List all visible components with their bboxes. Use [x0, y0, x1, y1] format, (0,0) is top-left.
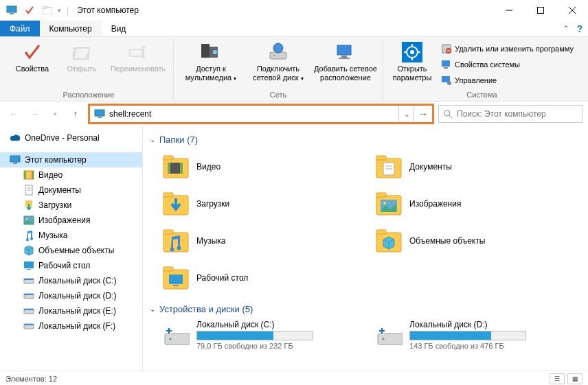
- tree-videos[interactable]: Видео: [0, 167, 142, 183]
- svg-rect-97: [379, 331, 381, 334]
- tree-desktop[interactable]: Рабочий стол: [0, 258, 142, 273]
- manage-label: Управление: [455, 76, 497, 84]
- folder-pictures-label: Изображения: [409, 199, 461, 209]
- help-icon[interactable]: ?: [576, 23, 583, 34]
- address-bar[interactable]: ⌄ →: [88, 104, 434, 124]
- add-network-icon: [335, 41, 357, 63]
- svg-rect-5: [538, 8, 544, 14]
- up-button[interactable]: ↑: [67, 106, 84, 122]
- tree-diskc-label: Локальный диск (C:): [38, 276, 117, 285]
- system-properties-icon: [441, 59, 452, 70]
- openparams-label: Открыть параметры: [389, 65, 436, 82]
- svg-rect-80: [376, 230, 386, 234]
- folder-documents[interactable]: Документы: [375, 150, 581, 183]
- sysprops-label: Свойства системы: [455, 60, 520, 69]
- nav-tree[interactable]: OneDrive - Personal Этот компьютер Видео…: [0, 126, 143, 371]
- monitor-icon: [94, 109, 105, 119]
- tree-downloads[interactable]: Загрузки: [0, 198, 142, 213]
- checkmark-icon: [21, 41, 43, 63]
- chevron-down-icon: ⌄: [150, 136, 155, 143]
- nav-row: ← → ▾ ↑ ⌄ →: [0, 102, 588, 126]
- minimize-button[interactable]: [493, 0, 525, 21]
- search-box[interactable]: [438, 105, 583, 123]
- cube-icon: [23, 245, 34, 256]
- svg-rect-88: [166, 328, 168, 330]
- tree-disk-d[interactable]: Локальный диск (D:): [0, 288, 142, 303]
- cloud-icon: [10, 132, 21, 143]
- network-drive-icon: [267, 41, 289, 63]
- pictures-icon: [23, 215, 34, 226]
- folder-qat-icon[interactable]: [40, 3, 55, 18]
- ribbon: Свойства Открыть Переименовать Расположе…: [0, 37, 588, 102]
- tree-onedrive[interactable]: OneDrive - Personal: [0, 130, 142, 145]
- tab-computer[interactable]: Компьютер: [40, 21, 102, 36]
- svg-point-50: [26, 218, 28, 220]
- open-button: Открыть: [58, 40, 106, 90]
- tree-music[interactable]: Музыка: [0, 228, 142, 243]
- drive-icon: [23, 305, 34, 316]
- recent-dropdown[interactable]: ▾: [47, 106, 63, 122]
- address-input[interactable]: [109, 109, 394, 119]
- media-label: Доступ к мультимедиа ▾: [179, 65, 242, 82]
- tree-thispc[interactable]: Этот компьютер: [0, 152, 142, 167]
- ribbon-collapse-icon[interactable]: ⌃: [563, 24, 569, 34]
- tab-file[interactable]: Файл: [0, 21, 40, 36]
- media-access-button[interactable]: Доступ к мультимедиа ▾: [178, 40, 244, 90]
- properties-qat-icon[interactable]: [22, 3, 37, 18]
- folder-videos[interactable]: Видео: [162, 150, 368, 183]
- window-title: Этот компьютер: [77, 5, 139, 15]
- open-settings-button[interactable]: Открыть параметры: [387, 40, 437, 90]
- maximize-button[interactable]: [525, 0, 556, 21]
- tree-diskf-label: Локальный диск (F:): [38, 321, 115, 331]
- address-go-button[interactable]: →: [414, 106, 432, 122]
- tree-disk-f[interactable]: Локальный диск (F:): [0, 318, 142, 334]
- back-button[interactable]: ←: [5, 106, 22, 122]
- drive-item[interactable]: Локальный диск (D:) 143 ГБ свободно из 4…: [375, 320, 581, 350]
- status-item-count: Элементов: 12: [5, 375, 57, 383]
- tree-pictures[interactable]: Изображения: [0, 213, 142, 228]
- ribbon-group-system: Открыть параметры Удалить или изменить п…: [383, 40, 580, 101]
- svg-point-86: [170, 338, 172, 340]
- add-network-location-button[interactable]: Добавить сетевое расположение: [313, 40, 378, 90]
- manage-button[interactable]: Управление: [441, 73, 574, 88]
- music-icon: [23, 230, 34, 241]
- svg-rect-0: [7, 6, 16, 12]
- rename-label: Переименовать: [111, 65, 166, 73]
- svg-rect-89: [170, 328, 172, 330]
- drive-usage-bar: [196, 331, 313, 340]
- icons-view-button[interactable]: ▦: [567, 373, 583, 384]
- tree-3dobjects[interactable]: Объемные объекты: [0, 243, 142, 258]
- svg-rect-60: [24, 324, 34, 325]
- folder-downloads[interactable]: Загрузки: [162, 187, 368, 220]
- tree-documents[interactable]: Документы: [0, 183, 142, 198]
- title-bar: ▾ | Этот компьютер: [0, 0, 588, 21]
- uninstall-program-button[interactable]: Удалить или изменить программу: [441, 41, 574, 56]
- details-view-button[interactable]: ☰: [550, 373, 565, 384]
- folder-documents-label: Документы: [409, 162, 452, 172]
- body: OneDrive - Personal Этот компьютер Видео…: [0, 126, 588, 371]
- search-input[interactable]: [457, 109, 578, 119]
- address-dropdown[interactable]: ⌄: [399, 106, 414, 122]
- tree-disk-e[interactable]: Локальный диск (E:): [0, 303, 142, 318]
- group-network-label: Сеть: [270, 90, 286, 101]
- map-network-drive-button[interactable]: Подключить сетевой диск ▾: [245, 40, 311, 90]
- close-button[interactable]: [556, 0, 588, 21]
- properties-button[interactable]: Свойства: [8, 40, 56, 90]
- folder-desktop[interactable]: Рабочий стол: [162, 261, 368, 294]
- system-properties-button[interactable]: Свойства системы: [441, 57, 574, 72]
- folders-group-header[interactable]: ⌄ Папки (7): [150, 135, 581, 145]
- tree-disk-c[interactable]: Локальный диск (C:): [0, 273, 142, 288]
- drive-item[interactable]: Локальный диск (C:) 79,0 ГБ свободно из …: [162, 320, 368, 350]
- folder-pictures[interactable]: Изображения: [375, 187, 581, 220]
- drives-group-header[interactable]: ⌄ Устройства и диски (5): [150, 304, 581, 314]
- svg-point-93: [383, 338, 385, 340]
- folder-music[interactable]: Музыка: [162, 224, 368, 257]
- group-location-label: Расположение: [63, 90, 115, 101]
- svg-rect-74: [376, 193, 386, 197]
- svg-rect-84: [173, 285, 179, 286]
- drive-name: Локальный диск (D:): [409, 320, 526, 329]
- tab-view[interactable]: Вид: [102, 21, 136, 36]
- folder-3dobjects[interactable]: Объемные объекты: [375, 224, 581, 257]
- tree-videos-label: Видео: [38, 170, 63, 180]
- svg-rect-36: [95, 110, 104, 116]
